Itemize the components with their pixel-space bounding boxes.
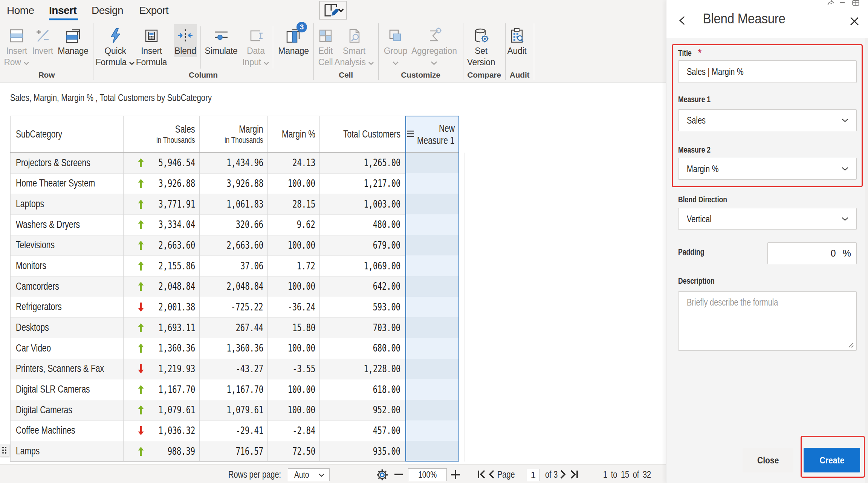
column-header-new-measure[interactable]: New Measure 1 (405, 116, 459, 153)
aggregation-button[interactable]: Aggregation (411, 24, 457, 71)
new-measure-cell[interactable] (405, 173, 459, 194)
zoom-out-icon[interactable] (394, 473, 403, 475)
sales-cell[interactable]: 988.39 (123, 441, 199, 462)
total-customers-cell[interactable]: 1,003.00 (319, 194, 405, 214)
table-row[interactable]: Digital SLR Cameras 1,167.70 1,167.70 10… (10, 379, 459, 400)
table-row[interactable]: Camcorders 2,048.84 2,048.84 100.00 642.… (10, 276, 459, 297)
table-row[interactable]: Lamps 988.39 716.57 72.50 935.00 (10, 441, 459, 462)
sales-cell[interactable]: 1,360.36 (123, 338, 199, 359)
table-row[interactable]: Projectors & Screens 5,946.54 1,434.96 2… (10, 153, 459, 173)
next-page-icon[interactable] (560, 470, 566, 479)
zoom-in-icon[interactable] (451, 470, 460, 480)
subcategory-cell[interactable]: Monitors (10, 255, 123, 276)
margin-cell[interactable]: 37.06 (199, 255, 267, 276)
table-row[interactable]: Refrigerators 2,001.38 -725.22 -36.24 59… (10, 297, 459, 318)
sales-cell[interactable]: 3,926.88 (123, 173, 199, 194)
set-version-button[interactable]: Set Version (460, 24, 502, 71)
tab-export[interactable]: Export (139, 4, 168, 17)
subcategory-cell[interactable]: Televisions (10, 235, 123, 256)
sales-cell[interactable]: 1,167.70 (123, 379, 199, 400)
margin-cell[interactable]: 320.66 (199, 214, 267, 235)
total-customers-cell[interactable]: 457.00 (319, 420, 405, 441)
new-measure-cell[interactable] (405, 420, 459, 441)
description-textarea[interactable]: Briefly describe the formula (678, 291, 857, 351)
sales-cell[interactable]: 1,036.32 (123, 420, 199, 441)
table-row[interactable]: Coffee Machines 1,036.32 -29.41 -2.84 45… (10, 420, 459, 441)
table-row[interactable]: Washers & Dryers 3,334.04 320.66 9.62 48… (10, 214, 459, 235)
margin-cell[interactable]: -29.41 (199, 420, 267, 441)
margin-pct-cell[interactable]: 100.00 (267, 338, 319, 359)
margin-cell[interactable]: 267.44 (199, 317, 267, 338)
measure1-select[interactable]: Sales (678, 109, 857, 131)
subcategory-cell[interactable]: Digital Cameras (10, 400, 123, 420)
sales-cell[interactable]: 1,079.61 (123, 400, 199, 420)
edit-mode-toggle[interactable] (319, 1, 347, 20)
quick-formula-button[interactable]: Quick Formula (95, 24, 136, 71)
subcategory-cell[interactable]: Washers & Dryers (10, 214, 123, 235)
table-row[interactable]: Televisions 2,663.60 2,663.60 100.00 679… (10, 235, 459, 256)
rows-per-page-select[interactable]: Auto (288, 468, 330, 481)
total-customers-cell[interactable]: 1,069.00 (319, 255, 405, 276)
column-header-margin-pct[interactable]: Margin % (267, 116, 319, 153)
new-measure-cell[interactable] (405, 441, 459, 462)
manage-rows-button[interactable]: Manage (52, 24, 94, 71)
data-input-button[interactable]: Data Input (235, 24, 277, 71)
sales-cell[interactable]: 5,946.54 (123, 153, 199, 173)
margin-pct-cell[interactable]: -36.24 (267, 297, 319, 318)
sales-cell[interactable]: 3,771.91 (123, 194, 199, 214)
page-number-input[interactable]: 1 (527, 469, 540, 481)
table-row[interactable]: Car Video 1,360.36 1,360.36 100.00 680.0… (10, 338, 459, 359)
tab-home[interactable]: Home (7, 4, 34, 17)
total-customers-cell[interactable]: 480.00 (319, 214, 405, 235)
total-customers-cell[interactable]: 952.00 (319, 400, 405, 420)
new-measure-cell[interactable] (405, 235, 459, 256)
column-header-sales[interactable]: Salesin Thousands (123, 116, 199, 153)
new-measure-cell[interactable] (405, 153, 459, 173)
back-icon[interactable] (679, 16, 685, 25)
table-row[interactable]: Laptops 3,771.91 1,061.83 28.15 1,003.00 (10, 194, 459, 214)
subcategory-cell[interactable]: Home Theater System (10, 173, 123, 194)
title-input[interactable]: Sales | Margin % (678, 60, 857, 83)
minimize-icon[interactable] (840, 2, 845, 3)
new-measure-cell[interactable] (405, 214, 459, 235)
settings-gear-icon[interactable] (376, 469, 388, 481)
sales-cell[interactable]: 2,155.86 (123, 255, 199, 276)
table-row[interactable]: Home Theater System 3,926.88 3,926.88 10… (10, 173, 459, 194)
margin-cell[interactable]: 1,434.96 (199, 153, 267, 173)
table-row[interactable]: Printers, Scanners & Fax 1,219.93 -43.27… (10, 359, 459, 379)
margin-pct-cell[interactable]: 24.13 (267, 153, 319, 173)
new-measure-cell[interactable] (405, 338, 459, 359)
subcategory-cell[interactable]: Printers, Scanners & Fax (10, 359, 123, 379)
subcategory-cell[interactable]: Digital SLR Cameras (10, 379, 123, 400)
first-page-icon[interactable] (477, 470, 486, 479)
panel-scrollbar[interactable] (865, 38, 868, 483)
total-customers-cell[interactable]: 680.00 (319, 338, 405, 359)
sales-cell[interactable]: 2,001.38 (123, 297, 199, 318)
new-measure-cell[interactable] (405, 297, 459, 318)
column-header-margin[interactable]: Marginin Thousands (199, 116, 267, 153)
total-customers-cell[interactable]: 618.00 (319, 379, 405, 400)
margin-pct-cell[interactable]: 72.50 (267, 441, 319, 462)
zoom-level-box[interactable]: 100% (408, 468, 447, 481)
margin-pct-cell[interactable]: 1.72 (267, 255, 319, 276)
margin-pct-cell[interactable]: 9.62 (267, 214, 319, 235)
margin-pct-cell[interactable]: 100.00 (267, 276, 319, 297)
tab-design[interactable]: Design (92, 4, 123, 17)
subcategory-cell[interactable]: Coffee Machines (10, 420, 123, 441)
total-customers-cell[interactable]: 1,265.00 (319, 153, 405, 173)
new-measure-cell[interactable] (405, 359, 459, 379)
total-customers-cell[interactable]: 593.00 (319, 297, 405, 318)
pin-icon[interactable] (827, 0, 834, 6)
margin-cell[interactable]: 1,061.83 (199, 194, 267, 214)
measure2-select[interactable]: Margin % (678, 158, 857, 180)
subcategory-cell[interactable]: Projectors & Screens (10, 153, 123, 173)
subcategory-cell[interactable]: Desktops (10, 317, 123, 338)
sales-cell[interactable]: 2,048.84 (123, 276, 199, 297)
margin-pct-cell[interactable]: -2.84 (267, 420, 319, 441)
margin-pct-cell[interactable]: -3.55 (267, 359, 319, 379)
margin-pct-cell[interactable]: 100.00 (267, 235, 319, 256)
audit-button[interactable]: Audit (496, 24, 538, 71)
table-row[interactable]: Desktops 1,693.11 267.44 15.80 703.00 (10, 317, 459, 338)
group-button[interactable]: Group (375, 24, 416, 71)
total-customers-cell[interactable]: 1,228.00 (319, 359, 405, 379)
